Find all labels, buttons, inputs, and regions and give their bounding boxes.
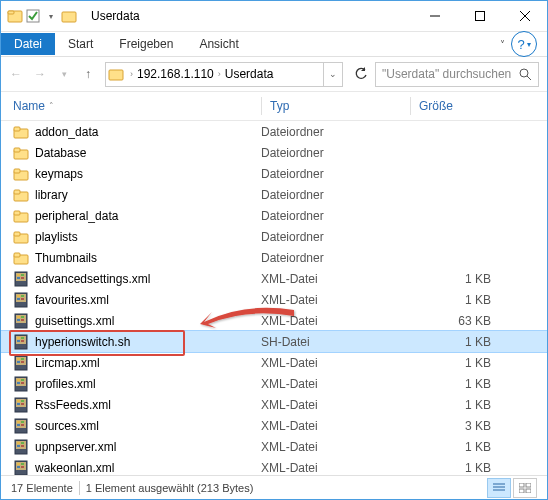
file-type: XML-Datei [261,314,401,328]
folder-icon [13,187,29,203]
ribbon-expand-icon[interactable]: ˅ [500,39,505,50]
file-row[interactable]: keymapsDateiordner [1,163,547,184]
col-divider[interactable] [261,97,262,115]
file-row[interactable]: guisettings.xmlXML-Datei63 KB [1,310,547,331]
folder-overlay-icon [61,8,77,24]
file-type: XML-Datei [261,419,401,433]
tab-freigeben[interactable]: Freigeben [106,33,186,55]
refresh-button[interactable] [349,63,373,86]
file-name: hyperionswitch.sh [35,335,261,349]
details-view-button[interactable] [487,478,511,498]
svg-point-9 [520,69,528,77]
svg-rect-20 [14,211,20,215]
file-name: addon_data [35,125,261,139]
tab-datei[interactable]: Datei [1,33,55,55]
svg-rect-14 [14,148,20,152]
file-row[interactable]: Lircmap.xmlXML-Datei1 KB [1,352,547,373]
file-name: favourites.xml [35,293,261,307]
svg-rect-82 [21,463,24,465]
icons-view-button[interactable] [513,478,537,498]
file-row[interactable]: favourites.xmlXML-Datei1 KB [1,289,547,310]
svg-rect-40 [21,316,24,318]
properties-icon[interactable] [25,8,41,24]
svg-rect-34 [21,295,24,297]
file-row[interactable]: libraryDateiordner [1,184,547,205]
breadcrumb-folder[interactable]: Userdata [223,67,276,81]
breadcrumb-ip[interactable]: 192.168.1.110 [135,67,216,81]
file-row[interactable]: RssFeeds.xmlXML-Datei1 KB [1,394,547,415]
file-size: 1 KB [401,461,503,475]
file-size: 1 KB [401,293,503,307]
file-type: Dateiordner [261,146,401,160]
file-name: peripheral_data [35,209,261,223]
chevron-right-icon[interactable]: › [218,69,221,79]
svg-rect-69 [17,421,20,423]
file-list: addon_dataDateiordnerDatabaseDateiordner… [1,121,547,475]
svg-rect-16 [14,169,20,173]
tab-start[interactable]: Start [55,33,106,55]
file-row[interactable]: DatabaseDateiordner [1,142,547,163]
svg-rect-36 [21,298,24,300]
up-button[interactable]: ↑ [77,63,99,85]
address-dropdown-icon[interactable]: ⌄ [323,63,342,86]
col-type[interactable]: Typ [270,99,410,113]
file-icon [13,376,29,392]
svg-rect-90 [519,489,524,493]
file-row[interactable]: wakeonlan.xmlXML-Datei1 KB [1,457,547,475]
file-row[interactable]: advancedsettings.xmlXML-Datei1 KB [1,268,547,289]
minimize-button[interactable] [412,2,457,31]
maximize-button[interactable] [457,2,502,31]
svg-rect-35 [17,298,20,300]
svg-rect-81 [17,463,20,465]
col-name[interactable]: Name [13,99,45,113]
svg-rect-76 [21,442,24,444]
file-size: 1 KB [401,398,503,412]
svg-rect-8 [109,70,123,80]
file-row[interactable]: profiles.xmlXML-Datei1 KB [1,373,547,394]
back-button[interactable]: ← [5,63,27,85]
explorer-window: ▾ Userdata Datei Start Freigeben Ansicht… [0,0,548,500]
file-row[interactable]: addon_dataDateiordner [1,121,547,142]
file-row[interactable]: sources.xmlXML-Datei3 KB [1,415,547,436]
file-name: Database [35,146,261,160]
nav-bar: ← → ▾ ↑ › 192.168.1.110 › Userdata ⌄ "Us… [1,57,547,92]
svg-rect-22 [14,232,20,236]
help-button[interactable]: ?▾ [511,31,537,57]
sort-asc-icon: ˄ [49,101,54,111]
svg-rect-63 [17,400,20,402]
svg-rect-83 [17,466,20,468]
status-count: 17 Elemente [11,482,73,494]
file-icon [13,439,29,455]
forward-button[interactable]: → [29,63,51,85]
chevron-right-icon[interactable]: › [130,69,133,79]
file-row[interactable]: peripheral_dataDateiordner [1,205,547,226]
history-dropdown-icon[interactable]: ▾ [53,63,75,85]
file-row[interactable]: playlistsDateiordner [1,226,547,247]
file-type: Dateiordner [261,209,401,223]
svg-rect-45 [17,337,20,339]
close-button[interactable] [502,2,547,31]
col-divider[interactable] [410,97,411,115]
file-type: Dateiordner [261,167,401,181]
file-name: profiles.xml [35,377,261,391]
col-size[interactable]: Größe [419,99,509,113]
file-name: RssFeeds.xml [35,398,261,412]
qat-dropdown-icon[interactable]: ▾ [43,8,59,24]
svg-rect-84 [21,466,24,468]
file-name: Lircmap.xml [35,356,261,370]
location-folder-icon [106,64,126,84]
file-row[interactable]: upnpserver.xmlXML-Datei1 KB [1,436,547,457]
search-box[interactable]: "Userdata" durchsuchen [375,62,539,87]
svg-rect-3 [62,12,76,22]
address-bar[interactable]: › 192.168.1.110 › Userdata ⌄ [105,62,343,87]
view-switcher [487,478,537,498]
file-size: 1 KB [401,272,503,286]
tab-ansicht[interactable]: Ansicht [186,33,251,55]
svg-rect-65 [17,403,20,405]
svg-rect-57 [17,379,20,381]
file-size: 3 KB [401,419,503,433]
file-row[interactable]: hyperionswitch.shSH-Datei1 KB [1,331,547,352]
file-row[interactable]: ThumbnailsDateiordner [1,247,547,268]
svg-rect-58 [21,379,24,381]
svg-rect-72 [21,424,24,426]
